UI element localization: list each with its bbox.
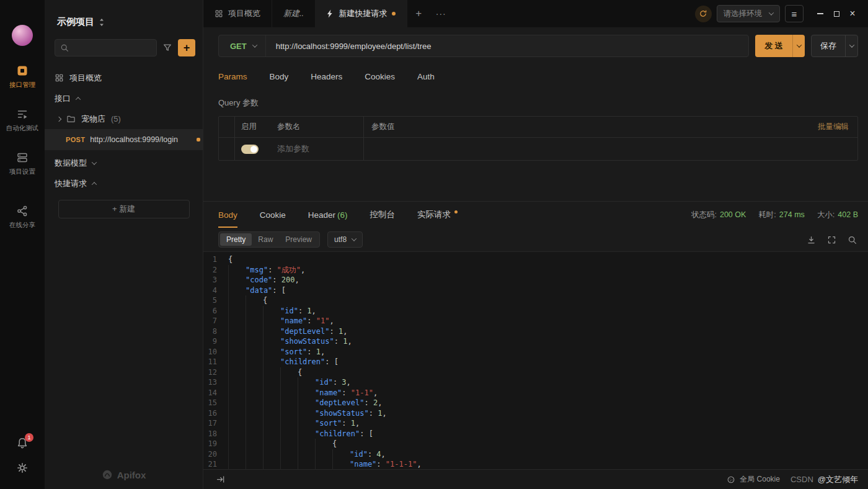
apifox-logo-text: Apifox (117, 470, 146, 480)
method-select[interactable]: GET (219, 35, 266, 56)
global-cookie-button[interactable]: 全局 Cookie (740, 474, 780, 485)
save-dropdown[interactable] (845, 35, 857, 56)
close-button[interactable]: × (844, 5, 861, 22)
folder-petstore[interactable]: 宠物店 (5) (45, 109, 203, 129)
save-button[interactable]: 保存 (811, 35, 858, 57)
project-title-row[interactable]: 示例项目 (45, 0, 203, 39)
chevron-up-icon (76, 97, 81, 102)
line-number: 7 (203, 316, 228, 326)
environment-selector[interactable]: 请选择环境 (717, 5, 781, 22)
code-line: 13"id": 3, (203, 377, 868, 388)
line-number: 17 (203, 418, 228, 429)
selected-request-indicator (197, 138, 200, 141)
folder-icon (66, 114, 76, 123)
drag-handle[interactable] (219, 138, 235, 160)
maximize-button[interactable] (828, 5, 844, 22)
fullscreen-icon[interactable] (827, 235, 836, 244)
sidebar-item-overview[interactable]: 项目概览 (45, 68, 203, 88)
rail-item-online-share[interactable]: 在线分享 (0, 205, 45, 230)
tab-label: Header (308, 210, 335, 220)
watermark-user: @文艺倾年 (818, 474, 858, 485)
view-mode-raw[interactable]: Raw (252, 233, 279, 246)
code-viewer[interactable]: 1{2"msg": "成功",3"code": 200,4"data": [5{… (203, 251, 868, 469)
response-size: 大小: 402 B (817, 210, 858, 220)
tab-response-header[interactable]: Header (6) (308, 202, 348, 228)
tab-cookies[interactable]: Cookies (365, 72, 395, 81)
tab-auth[interactable]: Auth (417, 72, 435, 81)
tab-console[interactable]: 控制台 (370, 202, 396, 228)
download-icon[interactable] (807, 235, 816, 244)
console-toggle-icon[interactable] (216, 475, 225, 484)
sidebar-request-login[interactable]: POST http://localhost:9999/login (45, 129, 203, 150)
menu-button[interactable]: ≡ (785, 5, 804, 22)
line-number: 21 (203, 459, 228, 469)
response-toolbar: Pretty Raw Preview utf8 (203, 228, 868, 251)
section-label: 快捷请求 (55, 178, 87, 189)
enable-toggle[interactable] (241, 145, 259, 154)
filter-icon[interactable] (162, 43, 172, 53)
section-data-model[interactable]: 数据模型 (45, 153, 203, 173)
line-number: 4 (203, 285, 228, 296)
url-input[interactable]: http://localhost:9999/employee/dept/list… (266, 42, 432, 51)
request-url-label: http://localhost:9999/login (90, 135, 178, 144)
tab-headers[interactable]: Headers (311, 72, 342, 81)
more-tabs-button[interactable]: ··· (430, 0, 452, 27)
rail-item-automation-test[interactable]: 自动化测试 (0, 108, 45, 133)
code-line: 5{ (203, 295, 868, 306)
notifications-button[interactable]: 1 (16, 437, 29, 449)
view-mode-pretty[interactable]: Pretty (220, 233, 252, 246)
param-value-input[interactable] (364, 138, 857, 160)
search-icon[interactable] (848, 235, 857, 244)
time-value: 274 ms (779, 210, 805, 219)
search-input[interactable] (55, 39, 157, 56)
code-line: 16"showStatus": 1, (203, 408, 868, 419)
code-line: 9"showStatus": 1, (203, 336, 868, 347)
code-line: 11"children": [ (203, 357, 868, 367)
new-tab-button[interactable]: + (407, 0, 430, 27)
section-api[interactable]: 接口 (45, 88, 203, 109)
line-number: 9 (203, 336, 228, 347)
param-name-input[interactable]: 添加参数 (270, 138, 364, 160)
rail-item-project-settings[interactable]: 项目设置 (0, 151, 45, 176)
status-label: 状态码: (691, 210, 717, 220)
maximize-icon (834, 11, 839, 17)
environment-placeholder: 请选择环境 (724, 9, 763, 19)
add-button[interactable]: + (178, 39, 195, 56)
new-quick-request-button[interactable]: + 新建 (58, 200, 190, 218)
tab-response-body[interactable]: Body (218, 202, 237, 228)
col-param-value: 参数值 (364, 117, 818, 137)
line-number: 1 (203, 254, 228, 265)
batch-edit-button[interactable]: 批量编辑 (818, 117, 857, 137)
code-line: 4"data": [ (203, 285, 868, 296)
code-line: 10"sort": 1, (203, 347, 868, 357)
drag-column (219, 117, 235, 137)
tab-params[interactable]: Params (218, 72, 247, 81)
sidebar-item-label: 项目概览 (69, 73, 102, 84)
tab-new[interactable]: 新建.. (272, 0, 316, 27)
code-line: 1{ (203, 254, 868, 265)
line-number: 20 (203, 449, 228, 460)
sync-status-badge[interactable] (695, 6, 712, 22)
save-label: 保存 (812, 35, 845, 56)
minimize-button[interactable] (812, 5, 828, 22)
tab-response-cookie[interactable]: Cookie (260, 202, 286, 228)
chevron-down-icon (352, 236, 356, 241)
view-mode-preview[interactable]: Preview (279, 233, 318, 246)
rail-item-api-management[interactable]: 接口管理 (0, 65, 45, 89)
tab-project-overview[interactable]: 项目概览 (203, 0, 272, 27)
avatar[interactable] (12, 25, 33, 46)
send-button[interactable]: 发 送 (755, 35, 805, 57)
encoding-select[interactable]: utf8 (327, 231, 363, 248)
code-line: 21"name": "1-1-1", (203, 459, 868, 469)
tab-body[interactable]: Body (270, 72, 289, 81)
col-enable: 启用 (235, 117, 270, 137)
send-dropdown[interactable] (792, 35, 805, 57)
tab-new-quick-request[interactable]: 新建快捷请求 (316, 0, 407, 27)
chevron-down-icon (92, 159, 97, 164)
view-mode-switcher: Pretty Raw Preview (218, 231, 320, 248)
section-quick-request[interactable]: 快捷请求 (45, 173, 203, 194)
line-number: 13 (203, 377, 228, 388)
tab-actual-request[interactable]: 实际请求 (417, 202, 458, 228)
main-area: 项目概览 新建.. 新建快捷请求 + ··· (203, 0, 868, 489)
settings-button[interactable] (16, 462, 29, 474)
